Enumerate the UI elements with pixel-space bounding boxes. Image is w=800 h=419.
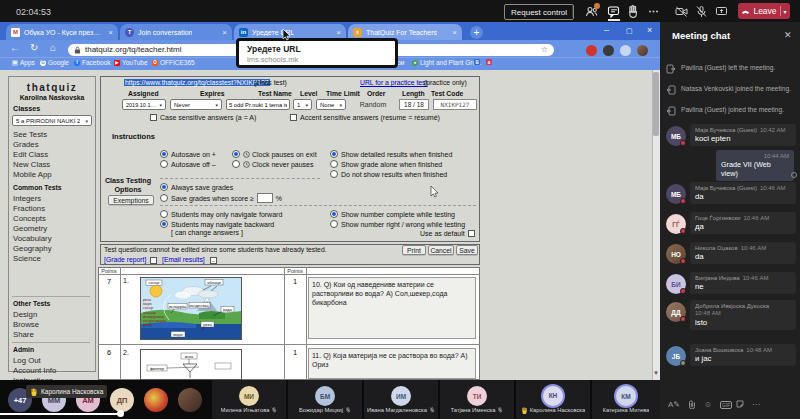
nav-backward-option[interactable]: Students may navigate backward xyxy=(160,220,274,228)
show-complete-option[interactable]: Show number complete while testing xyxy=(330,210,455,218)
send-extension-icon[interactable] xyxy=(620,45,631,56)
expires-select[interactable]: Never▾ xyxy=(170,99,222,110)
sidebar-item-mobile-app[interactable]: Mobile App xyxy=(13,170,52,179)
nav-forward-option[interactable]: Students may only navigate forward xyxy=(160,210,282,218)
chat-message[interactable]: МБ Маја Бучевска (Guest)10:46 AM da xyxy=(664,182,796,204)
sidebar-item-fractions[interactable]: Fractions xyxy=(13,204,45,213)
grade-report-checkbox[interactable] xyxy=(150,257,157,264)
profile-avatar[interactable] xyxy=(637,45,648,56)
window-close-button[interactable]: × xyxy=(647,25,652,35)
video-tile[interactable]: КМ Катерина Митева xyxy=(592,380,660,419)
label-clouds[interactable]: облаци xyxy=(207,280,220,285)
participant-photo-avatar[interactable] xyxy=(178,388,202,412)
time-limit-select[interactable]: None▾ xyxy=(316,99,346,110)
back-button[interactable]: ← xyxy=(10,43,20,53)
label-water[interactable]: вода xyxy=(223,307,233,312)
extension-icon[interactable] xyxy=(603,45,614,56)
radio[interactable] xyxy=(232,150,240,158)
emoji-icon[interactable]: ☺ xyxy=(704,400,712,409)
sidebar-item-concepts[interactable]: Concepts xyxy=(13,214,46,223)
chat-message[interactable]: ДД Добрила Ивкјоска Дукоска10:48 AM isto xyxy=(664,300,796,330)
autosave-on-option[interactable]: Autosave on + xyxy=(160,150,216,158)
level-select[interactable]: 1▾ xyxy=(293,99,312,110)
label-river[interactable]: река xyxy=(203,322,212,327)
reload-button[interactable]: ↻ xyxy=(30,43,38,53)
radio[interactable] xyxy=(330,150,338,158)
cancel-button[interactable]: Cancel xyxy=(428,245,454,255)
label-sun[interactable]: сонце xyxy=(149,280,161,285)
sidebar-item-integers[interactable]: Integers xyxy=(13,194,41,203)
share-screen-icon[interactable] xyxy=(714,4,729,19)
radio[interactable] xyxy=(160,194,168,202)
class-select[interactable]: 5 a PRIRODNI NAUKI 2▾ xyxy=(12,115,92,126)
sidebar-item-geometry[interactable]: Geometry xyxy=(13,224,47,233)
chat-message[interactable]: БИ Билјана Индова10:46 AM ne xyxy=(664,272,796,294)
video-tile[interactable]: БМ Божидар Мицкиј xyxy=(288,380,362,419)
sidebar-item-vocabulary[interactable]: Vocabulary xyxy=(13,234,52,243)
show-detailed-option[interactable]: Show detailed results when finished xyxy=(330,150,452,158)
print-button[interactable]: Print xyxy=(402,245,426,255)
label-evaporation[interactable]: испарува xyxy=(169,304,187,309)
sidebar-item-edit-class[interactable]: Edit Class xyxy=(13,150,48,159)
checkbox[interactable] xyxy=(468,230,475,237)
home-button[interactable]: ⌂ xyxy=(50,43,56,53)
sidebar-item-design[interactable]: Design xyxy=(13,310,37,319)
radio[interactable] xyxy=(160,183,168,191)
score-threshold-input[interactable] xyxy=(257,193,273,203)
window-minimize-button[interactable]: – xyxy=(604,25,609,35)
leave-chevron-icon[interactable]: ▾ xyxy=(784,8,787,15)
email-results-checkbox[interactable]: – xyxy=(210,257,217,264)
use-default-option[interactable]: Use as default xyxy=(420,230,475,237)
tab-close-icon[interactable]: × xyxy=(336,28,341,37)
raise-hand-icon[interactable] xyxy=(626,4,641,19)
save-button[interactable]: Save xyxy=(456,245,478,255)
window-restore-button[interactable]: ▢ xyxy=(626,27,633,35)
format-icon[interactable]: A✎ xyxy=(668,400,680,409)
bookmark-apps[interactable]: ⊞Apps xyxy=(12,59,35,66)
new-tab-button[interactable]: + xyxy=(470,26,483,39)
sidebar-item-geography[interactable]: Geography xyxy=(13,244,52,253)
bookmark-extra-1[interactable]: B xyxy=(474,59,480,65)
bookmark-google[interactable]: GGoogle xyxy=(40,59,69,66)
video-tile-karolina[interactable]: КН Каролина Насковска xyxy=(516,380,590,419)
sidebar-item-share[interactable]: Share xyxy=(13,330,34,339)
email-results-link[interactable]: [Email results] xyxy=(162,256,205,263)
bookmark-youtube[interactable]: ▶YouTube xyxy=(114,59,148,66)
tab-join-conversation[interactable]: T Join conversation × xyxy=(120,24,232,40)
scrollbar-thumb[interactable] xyxy=(653,72,659,136)
save-when-option[interactable]: Save grades when score ≥% xyxy=(160,193,282,203)
radio[interactable] xyxy=(330,210,338,218)
radio[interactable] xyxy=(330,220,338,228)
sidebar-item-grades[interactable]: Grades xyxy=(13,140,39,149)
radio[interactable] xyxy=(160,210,168,218)
tab-close-icon[interactable]: × xyxy=(452,28,457,37)
bookmark-extra-2[interactable]: a xyxy=(486,59,492,65)
sidebar-item-browse[interactable]: Browse xyxy=(13,320,39,329)
gif-icon[interactable]: GIF xyxy=(720,401,732,409)
sidebar-item-see-tests[interactable]: See Tests xyxy=(13,130,47,139)
radio[interactable] xyxy=(330,160,338,168)
own-chat-message[interactable]: 10:44 AM Grade VII (Web view) xyxy=(716,150,794,181)
radio[interactable] xyxy=(232,160,240,168)
participant-photo-avatar[interactable] xyxy=(144,388,168,412)
video-tile[interactable]: ТИ Татјана Именска xyxy=(440,380,514,419)
radio[interactable] xyxy=(160,150,168,158)
more-icon[interactable]: ⋯ xyxy=(752,400,760,409)
bookmark-star-icon[interactable]: ☆ xyxy=(541,45,548,54)
more-options-icon[interactable] xyxy=(646,4,661,19)
class-test-url[interactable]: https://www.thatquiz.org/tq/classtest?NX… xyxy=(124,79,270,86)
practice-test-link[interactable]: URL for a practice test xyxy=(360,79,427,86)
show-grade-option[interactable]: Show grade alone when finished xyxy=(330,160,442,168)
request-control-button[interactable]: Request control xyxy=(504,4,574,20)
grade-report-link[interactable]: [Grade report] xyxy=(104,256,146,263)
bookmark-light-plant[interactable]: ●Light and Plant Gro... xyxy=(412,59,481,66)
sidebar-item-science[interactable]: Science xyxy=(13,254,41,263)
participant-avatar[interactable]: ДП xyxy=(110,388,134,412)
label-condensation[interactable]: кондензац. xyxy=(189,303,209,308)
mic-off-icon[interactable] xyxy=(694,4,709,19)
chat-message[interactable]: НО Никола Оџаков10:46 AM da xyxy=(664,242,796,264)
case-sensitive-option[interactable]: Case sensitive answers (a = A) xyxy=(150,114,256,121)
bookmark-office365[interactable]: OOFFICE365 xyxy=(152,59,195,66)
show-rightwrong-option[interactable]: Show number right / wrong while testing xyxy=(330,220,465,228)
label-funnel[interactable]: инка xyxy=(185,354,194,359)
